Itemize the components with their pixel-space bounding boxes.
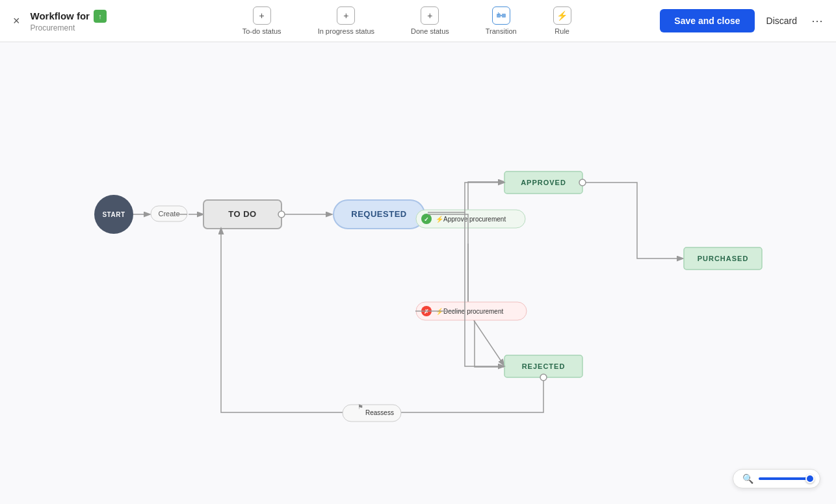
workflow-canvas[interactable]: START Create TO DO REQUESTED APPROVED PU…: [0, 42, 836, 504]
svg-rect-1: [502, 14, 506, 18]
rule-icon: ⚡: [553, 6, 571, 25]
requested-to-path: [428, 214, 504, 367]
transition-label: Transition: [486, 27, 517, 35]
zoom-out-icon[interactable]: 🔍: [742, 473, 753, 484]
create-label-text: Create: [158, 210, 179, 218]
svg-text:✓: ✓: [424, 216, 429, 223]
req-approved-path: [428, 183, 504, 212]
header-left: × Workflow for ↑ Procurement: [10, 10, 153, 32]
workflow-title-block: Workflow for ↑ Procurement: [31, 10, 107, 32]
header-center: + To-do status + In progress status + Do…: [153, 4, 660, 38]
todo-right-dot: [278, 211, 285, 218]
transition-button[interactable]: Transition: [480, 4, 522, 38]
done-status-label: Done status: [411, 27, 449, 35]
approved-node-label: APPROVED: [521, 179, 566, 186]
todo-status-icon: +: [253, 6, 271, 25]
workflow-title-text: Workflow for: [31, 10, 90, 21]
inprogress-status-button[interactable]: + In progress status: [313, 4, 380, 38]
upload-icon: ↑: [94, 10, 107, 23]
approved-right-dot: [579, 179, 586, 186]
start-label: START: [102, 211, 125, 218]
header-right: Save and close Discard ⋯: [660, 9, 826, 32]
rejected-bottom-dot: [540, 374, 547, 381]
reassess-flag-icon: ⚑: [358, 403, 363, 410]
done-status-button[interactable]: + Done status: [406, 4, 454, 38]
more-options-button[interactable]: ⋯: [809, 11, 826, 31]
workflow-diagram: START Create TO DO REQUESTED APPROVED PU…: [0, 42, 836, 504]
todo-node-label: TO DO: [228, 209, 256, 219]
zoom-control[interactable]: 🔍: [733, 469, 820, 488]
transition-icon: [492, 6, 510, 25]
done-status-icon: +: [421, 6, 439, 25]
todo-status-label: To-do status: [242, 27, 281, 35]
todo-status-button[interactable]: + To-do status: [237, 4, 287, 38]
header: × Workflow for ↑ Procurement + To-do sta…: [0, 0, 836, 42]
discard-button[interactable]: Discard: [761, 9, 802, 32]
close-button[interactable]: ×: [10, 12, 23, 31]
zoom-slider[interactable]: [759, 477, 811, 480]
approved-to-purchased-arrow: [586, 183, 683, 258]
purchased-node-label: PURCHASED: [698, 255, 749, 262]
workflow-subtitle: Procurement: [31, 23, 107, 32]
save-close-button[interactable]: Save and close: [660, 9, 754, 32]
rejected-node-label: REJECTED: [522, 362, 566, 370]
inprogress-status-label: In progress status: [318, 27, 374, 35]
zoom-slider-thumb[interactable]: [805, 474, 815, 483]
approve-transition-label: Approve procurement: [443, 216, 506, 223]
rule-label: Rule: [555, 27, 569, 35]
inprogress-status-icon: +: [337, 6, 355, 25]
svg-text:✗: ✗: [424, 309, 429, 315]
requested-node-label: REQUESTED: [351, 209, 406, 219]
workflow-title: Workflow for ↑: [31, 10, 107, 23]
rule-button[interactable]: ⚡ Rule: [548, 4, 577, 38]
reassess-label: Reassess: [365, 409, 394, 416]
